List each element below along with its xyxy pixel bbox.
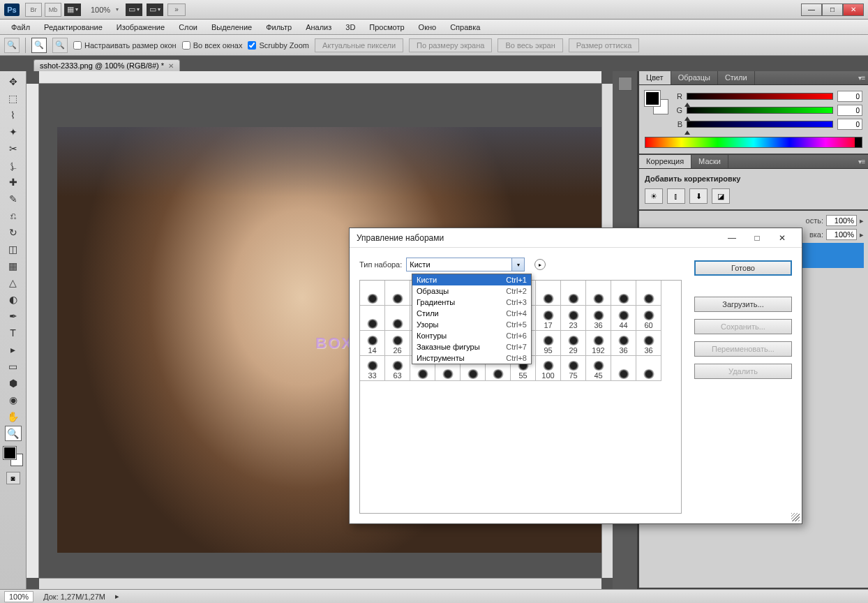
screenmode-dropdown[interactable]: ▭	[147, 3, 163, 16]
dock-icon[interactable]	[618, 77, 632, 91]
rename-button[interactable]: Переименовать...	[694, 341, 792, 357]
dropdown-item[interactable]: УзорыCtrl+5	[412, 319, 531, 330]
brush-preset-cell[interactable]	[385, 281, 410, 306]
panel-color-swatches[interactable]	[645, 91, 668, 114]
adj-exposure-icon[interactable]: ◪	[712, 188, 730, 204]
status-doc-size[interactable]: Док: 1,27M/1,27M	[43, 593, 105, 601]
eraser-tool[interactable]: ◫	[5, 241, 22, 257]
combo-arrow-icon[interactable]: ▾	[511, 258, 524, 271]
scrubby-zoom-checkbox[interactable]: Scrubby Zoom	[248, 41, 309, 50]
brush-preset-cell[interactable]: 44	[611, 306, 636, 331]
expand-panels-button[interactable]: »	[167, 3, 186, 16]
tab-adjustments[interactable]: Коррекция	[639, 155, 691, 168]
menu-select[interactable]: Выделение	[204, 21, 259, 34]
brush-preset-cell[interactable]: 33	[360, 356, 385, 381]
color-swatches[interactable]	[3, 447, 23, 466]
dropdown-item[interactable]: КистиCtrl+1	[412, 274, 531, 285]
adj-curves-icon[interactable]: ⬇	[689, 188, 708, 204]
brush-preset-cell[interactable]: 26	[385, 331, 410, 356]
brush-preset-cell[interactable]	[360, 281, 385, 306]
flyout-menu-icon[interactable]: ▸	[534, 259, 546, 270]
quickmask-button[interactable]: ◙	[6, 472, 20, 484]
type-tool[interactable]: T	[5, 325, 22, 341]
resize-windows-checkbox[interactable]: Настраивать размер окон	[73, 41, 177, 50]
opacity-input[interactable]	[826, 215, 857, 226]
minibridge-button[interactable]: Mb	[45, 3, 61, 17]
brush-preset-cell[interactable]: 100	[536, 356, 561, 381]
bridge-button[interactable]: Br	[25, 3, 42, 17]
menu-help[interactable]: Справка	[443, 21, 487, 34]
menu-window[interactable]: Окно	[412, 21, 444, 34]
dropdown-item[interactable]: ИнструментыCtrl+8	[412, 352, 531, 364]
brush-preset-cell[interactable]	[586, 281, 611, 306]
close-tab-icon[interactable]: ✕	[168, 62, 174, 70]
hand-tool[interactable]: ✋	[5, 409, 22, 424]
shape-tool[interactable]: ▭	[5, 359, 22, 374]
delete-button[interactable]: Удалить	[694, 364, 792, 379]
brush-preset-cell[interactable]: 17	[536, 306, 561, 331]
adj-brightness-icon[interactable]: ☀	[645, 188, 663, 204]
tab-styles[interactable]: Стили	[718, 71, 755, 84]
move-tool[interactable]: ✥	[5, 74, 22, 89]
brush-preset-cell[interactable]	[561, 281, 586, 306]
done-button[interactable]: Готово	[694, 260, 792, 276]
brush-preset-cell[interactable]: 45	[586, 356, 611, 381]
brush-preset-cell[interactable]: 63	[385, 356, 410, 381]
resize-grip[interactable]	[791, 513, 800, 521]
menu-file[interactable]: Файл	[4, 21, 37, 34]
fit-screen-button[interactable]: По размеру экрана	[409, 38, 492, 52]
save-button[interactable]: Сохранить...	[694, 319, 792, 334]
ruler-vertical[interactable]	[27, 84, 39, 578]
menu-image[interactable]: Изображение	[110, 21, 172, 34]
slider-r[interactable]	[687, 93, 833, 100]
menu-view[interactable]: Просмотр	[362, 21, 411, 34]
dropdown-item[interactable]: ОбразцыCtrl+2	[412, 285, 531, 297]
brush-preset-cell[interactable]	[385, 306, 410, 331]
preset-type-combo[interactable]: Кисти ▾	[406, 258, 525, 271]
brush-preset-cell[interactable]	[611, 356, 636, 381]
eyedropper-tool[interactable]: ⍼	[5, 158, 22, 173]
scrollbar-horizontal[interactable]	[39, 578, 601, 589]
path-select-tool[interactable]: ▸	[5, 342, 22, 357]
3d-camera-tool[interactable]: ◉	[5, 392, 22, 408]
input-b[interactable]	[837, 119, 862, 130]
menu-analysis[interactable]: Анализ	[299, 21, 338, 34]
view-extras-dropdown[interactable]: ▦	[64, 3, 81, 16]
current-tool-icon[interactable]: 🔍	[4, 38, 20, 53]
brush-preset-cell[interactable]	[636, 356, 661, 381]
tab-swatches[interactable]: Образцы	[671, 71, 718, 84]
window-maximize-button[interactable]: □	[822, 3, 843, 16]
lasso-tool[interactable]: ⌇	[5, 107, 22, 123]
3d-tool[interactable]: ⬢	[5, 375, 22, 391]
print-size-button[interactable]: Размер оттиска	[569, 38, 640, 52]
menu-layers[interactable]: Слои	[172, 21, 204, 34]
window-close-button[interactable]: ✕	[843, 3, 864, 16]
menu-filter[interactable]: Фильтр	[259, 21, 299, 34]
dropdown-item[interactable]: ГрадиентыCtrl+3	[412, 297, 531, 308]
input-r[interactable]	[837, 91, 862, 102]
brush-preset-cell[interactable]: 29	[561, 331, 586, 356]
dialog-maximize-button[interactable]: □	[744, 230, 770, 246]
heal-tool[interactable]: ✚	[5, 174, 22, 190]
brush-preset-cell[interactable]: 60	[636, 306, 661, 331]
dropdown-item[interactable]: КонтурыCtrl+6	[412, 330, 531, 341]
dropdown-item[interactable]: Заказные фигурыCtrl+7	[412, 341, 531, 352]
stamp-tool[interactable]: ⎌	[5, 208, 22, 223]
blur-tool[interactable]: △	[5, 275, 22, 290]
dialog-titlebar[interactable]: Управление наборами — □ ✕	[350, 228, 802, 248]
zoom-display[interactable]: 100%	[91, 6, 110, 14]
history-brush-tool[interactable]: ↻	[5, 225, 22, 240]
adj-levels-icon[interactable]: ⫿	[667, 188, 685, 204]
brush-tool[interactable]: ✎	[5, 191, 22, 207]
ruler-horizontal[interactable]	[39, 71, 601, 84]
dodge-tool[interactable]: ◐	[5, 292, 22, 307]
brush-preset-cell[interactable]: 36	[611, 331, 636, 356]
spectrum-bar[interactable]	[645, 137, 862, 148]
brush-preset-cell[interactable]: 14	[360, 331, 385, 356]
brush-preset-cell[interactable]	[360, 306, 385, 331]
brush-preset-cell[interactable]: 95	[536, 331, 561, 356]
wand-tool[interactable]: ✦	[5, 124, 22, 140]
brush-preset-cell[interactable]	[536, 281, 561, 306]
full-screen-button[interactable]: Во весь экран	[497, 38, 562, 52]
menu-edit[interactable]: Редактирование	[37, 21, 110, 34]
